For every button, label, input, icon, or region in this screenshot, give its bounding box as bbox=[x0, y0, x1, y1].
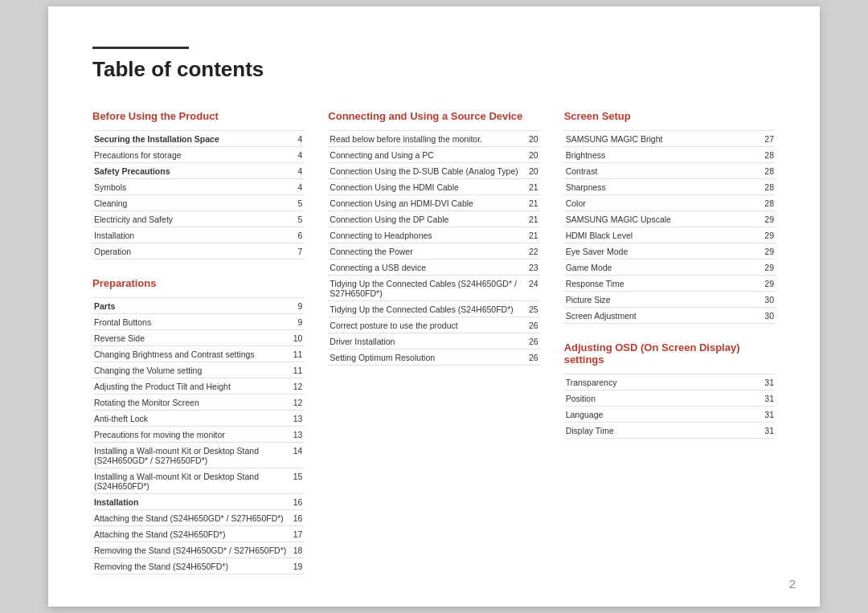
toc-page-num: 9 bbox=[288, 298, 304, 314]
section-title-connecting: Connecting and Using a Source Device bbox=[328, 110, 539, 122]
toc-page-num: 26 bbox=[524, 333, 540, 349]
toc-osd: Transparency31Position31Language31Displa… bbox=[564, 374, 776, 439]
table-row: Removing the Stand (S24H650GD* / S27H650… bbox=[92, 542, 304, 558]
toc-page-num: 19 bbox=[288, 558, 304, 574]
toc-page-num: 31 bbox=[760, 374, 776, 390]
toc-page-num: 22 bbox=[524, 243, 540, 260]
table-row: Connecting to Headphones21 bbox=[328, 227, 539, 243]
toc-page-num: 29 bbox=[760, 211, 776, 227]
toc-page-num: 25 bbox=[524, 301, 540, 317]
toc-label: Display Time bbox=[564, 423, 760, 439]
toc-label: Color bbox=[564, 195, 760, 211]
toc-label: Attaching the Stand (S24H650FD*) bbox=[92, 526, 288, 542]
col3: Screen Setup SAMSUNG MAGIC Bright27Brigh… bbox=[564, 110, 776, 574]
toc-page-num: 20 bbox=[524, 163, 540, 179]
toc-label: Screen Adjustment bbox=[564, 308, 760, 324]
toc-page-num: 14 bbox=[288, 443, 304, 468]
table-row: SAMSUNG MAGIC Bright27 bbox=[564, 131, 776, 147]
toc-label: Changing the Volume setting bbox=[92, 362, 288, 378]
toc-label: Precautions for moving the monitor bbox=[92, 427, 288, 443]
toc-page-num: 21 bbox=[524, 179, 540, 195]
toc-page-num: 31 bbox=[760, 407, 776, 423]
toc-label: Installing a Wall-mount Kit or Desktop S… bbox=[92, 468, 288, 494]
table-row: Reverse Side10 bbox=[92, 330, 304, 346]
toc-label: Language bbox=[564, 407, 760, 423]
table-row: Precautions for moving the monitor13 bbox=[92, 427, 304, 443]
toc-label: Frontal Buttons bbox=[92, 314, 288, 330]
toc-label: Cleaning bbox=[92, 195, 288, 211]
table-row: Response Time29 bbox=[564, 276, 776, 292]
toc-label: Changing Brightness and Contrast setting… bbox=[92, 346, 288, 362]
toc-label: Read below before installing the monitor… bbox=[328, 131, 523, 147]
toc-page-num: 23 bbox=[524, 260, 540, 276]
toc-page-num: 31 bbox=[760, 423, 776, 439]
toc-page-num: 5 bbox=[288, 211, 304, 227]
toc-page-num: 13 bbox=[288, 411, 304, 427]
table-row: SAMSUNG MAGIC Upscale29 bbox=[564, 211, 776, 227]
toc-label: Connection Using an HDMI-DVI Cable bbox=[328, 195, 523, 211]
table-row: Language31 bbox=[564, 407, 776, 423]
table-row: Precautions for storage4 bbox=[92, 147, 304, 163]
col1: Before Using the Product Securing the In… bbox=[92, 110, 328, 574]
toc-label: Contrast bbox=[564, 163, 760, 179]
toc-label: Brightness bbox=[564, 147, 760, 163]
toc-page-num: 10 bbox=[288, 330, 304, 346]
toc-label: Connection Using the DP Cable bbox=[328, 211, 523, 227]
toc-label: Anti-theft Lock bbox=[92, 411, 288, 427]
table-row: Changing Brightness and Contrast setting… bbox=[92, 346, 304, 362]
toc-label: Reverse Side bbox=[92, 330, 288, 346]
toc-label: Position bbox=[564, 390, 760, 407]
table-row: Setting Optimum Resolution26 bbox=[328, 349, 539, 366]
table-row: Installation16 bbox=[92, 494, 304, 510]
toc-label: Operation bbox=[92, 243, 288, 260]
toc-page-num: 24 bbox=[524, 276, 540, 301]
table-row: Adjusting the Product Tilt and Height12 bbox=[92, 378, 304, 394]
toc-label: Attaching the Stand (S24H650GD* / S27H65… bbox=[92, 510, 288, 526]
toc-label: HDMI Black Level bbox=[564, 227, 760, 243]
toc-before-using: Securing the Installation Space4Precauti… bbox=[92, 130, 304, 260]
section-title-before-using: Before Using the Product bbox=[92, 110, 304, 122]
toc-page-num: 6 bbox=[288, 227, 304, 243]
section-screen-setup: Screen Setup SAMSUNG MAGIC Bright27Brigh… bbox=[564, 110, 776, 324]
toc-page-num: 13 bbox=[288, 427, 304, 443]
toc-label: Adjusting the Product Tilt and Height bbox=[92, 378, 288, 394]
toc-page-num: 20 bbox=[524, 147, 540, 163]
table-row: Tidying Up the Connected Cables (S24H650… bbox=[328, 276, 539, 301]
table-row: Connecting a USB device23 bbox=[328, 260, 539, 276]
table-row: Transparency31 bbox=[564, 374, 776, 390]
toc-label: Response Time bbox=[564, 276, 760, 292]
toc-page-num: 4 bbox=[288, 179, 304, 195]
table-row: Color28 bbox=[564, 195, 776, 211]
toc-label: Safety Precautions bbox=[92, 163, 288, 179]
table-row: Symbols4 bbox=[92, 179, 304, 195]
table-row: Sharpness28 bbox=[564, 179, 776, 195]
toc-label: Electricity and Safety bbox=[92, 211, 288, 227]
title-bar bbox=[92, 47, 189, 49]
table-row: Connection Using the D-SUB Cable (Analog… bbox=[328, 163, 539, 179]
col2: Connecting and Using a Source Device Rea… bbox=[328, 110, 563, 574]
toc-label: Installation bbox=[92, 494, 288, 510]
table-row: Connection Using the HDMI Cable21 bbox=[328, 179, 539, 195]
table-row: Picture Size30 bbox=[564, 292, 776, 308]
table-row: Securing the Installation Space4 bbox=[92, 131, 304, 147]
table-row: Parts9 bbox=[92, 298, 304, 314]
toc-page-num: 30 bbox=[760, 292, 776, 308]
section-osd: Adjusting OSD (On Screen Display) settin… bbox=[564, 341, 776, 439]
table-row: Connection Using an HDMI-DVI Cable21 bbox=[328, 195, 539, 211]
table-row: Tidying Up the Connected Cables (S24H650… bbox=[328, 301, 539, 317]
table-row: HDMI Black Level29 bbox=[564, 227, 776, 243]
toc-page-num: 7 bbox=[288, 243, 304, 260]
toc-page-num: 27 bbox=[760, 131, 776, 147]
toc-label: Tidying Up the Connected Cables (S24H650… bbox=[328, 301, 523, 317]
toc-label: Installation bbox=[92, 227, 288, 243]
toc-label: Connecting a USB device bbox=[328, 260, 523, 276]
toc-preparations: Parts9Frontal Buttons9Reverse Side10Chan… bbox=[92, 297, 304, 574]
toc-page-num: 11 bbox=[288, 346, 304, 362]
toc-page-num: 16 bbox=[288, 510, 304, 526]
table-row: Connecting the Power22 bbox=[328, 243, 539, 260]
toc-page-num: 12 bbox=[288, 378, 304, 394]
toc-page-num: 29 bbox=[760, 243, 776, 260]
toc-label: Game Mode bbox=[564, 260, 760, 276]
table-row: Brightness28 bbox=[564, 147, 776, 163]
toc-label: Connection Using the D-SUB Cable (Analog… bbox=[328, 163, 523, 179]
